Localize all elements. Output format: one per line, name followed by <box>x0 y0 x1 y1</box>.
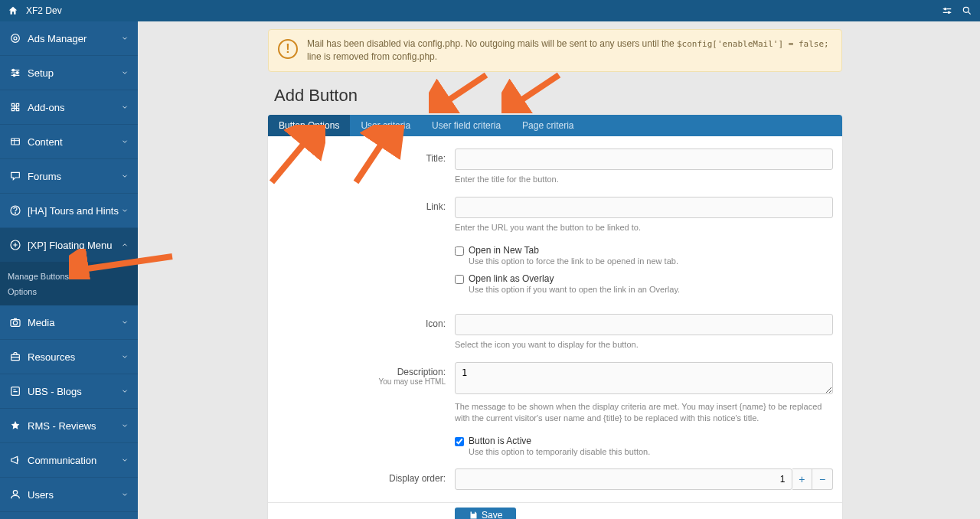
app-title: XF2 Dev <box>26 5 62 16</box>
help-icon <box>9 204 21 217</box>
sidebar-item-label: Content <box>28 136 121 148</box>
title-help: Enter the title for the button. <box>455 174 833 184</box>
sidebar-item-add-ons[interactable]: Add-ons <box>0 90 138 125</box>
tab-button-options[interactable]: Button Options <box>268 115 350 136</box>
chevron-down-icon <box>121 456 129 464</box>
title-input[interactable] <box>455 149 833 170</box>
save-icon <box>469 511 478 519</box>
open-new-tab-label: Open in New Tab <box>469 245 678 256</box>
megaphone-icon <box>9 454 21 466</box>
chevron-up-icon <box>121 241 129 249</box>
chevron-down-icon <box>121 103 129 111</box>
plus-icon <box>9 239 21 251</box>
chevron-down-icon <box>121 172 129 180</box>
svg-point-4 <box>14 37 17 40</box>
sidebar-item-content[interactable]: Content <box>0 125 138 159</box>
search-icon[interactable] <box>962 5 972 16</box>
chevron-down-icon <box>121 34 129 42</box>
link-input[interactable] <box>455 197 833 218</box>
tab-bar: Button OptionsUser criteriaUser field cr… <box>268 115 842 136</box>
chat-icon <box>9 170 21 182</box>
chevron-down-icon <box>121 387 129 395</box>
description-sub: You may use HTML <box>277 377 446 386</box>
icon-help: Select the icon you want to display for … <box>455 339 833 350</box>
increment-button[interactable]: + <box>792 468 813 490</box>
button-active-label: Button is Active <box>469 436 650 446</box>
admin-tools-icon[interactable] <box>942 5 952 16</box>
svg-point-16 <box>13 491 17 495</box>
icon-input[interactable] <box>455 314 833 335</box>
sidebar-item-label: Resources <box>28 351 121 363</box>
button-active-checkbox[interactable] <box>455 437 464 446</box>
decrement-button[interactable]: − <box>812 468 833 490</box>
tab-user-criteria[interactable]: User criteria <box>350 115 421 136</box>
svg-point-13 <box>13 321 17 325</box>
chevron-down-icon <box>121 207 129 214</box>
tab-user-field-criteria[interactable]: User field criteria <box>421 115 511 136</box>
sidebar-subitem-options[interactable]: Options <box>0 284 138 299</box>
save-label: Save <box>482 510 502 519</box>
svg-rect-15 <box>11 387 20 396</box>
tab-page-criteria[interactable]: Page criteria <box>511 115 584 136</box>
svg-rect-8 <box>11 139 20 145</box>
grid-icon <box>9 135 21 148</box>
save-button[interactable]: Save <box>455 508 516 519</box>
alert-code: $config['enableMail'] = false; <box>677 39 829 49</box>
target-icon <box>9 32 21 44</box>
chevron-down-icon <box>121 69 129 77</box>
title-label: Title: <box>277 149 455 184</box>
sidebar-item-setup[interactable]: Setup <box>0 56 138 90</box>
sidebar-item-label: Setup <box>28 67 121 79</box>
sidebar-item-forums[interactable]: Forums <box>0 159 138 194</box>
sidebar-item-users[interactable]: Users <box>0 478 138 512</box>
sidebar-item--ha-tours-and-hints[interactable]: [HA] Tours and Hints <box>0 194 138 228</box>
sidebar-item-label: Ads Manager <box>28 33 121 44</box>
sidebar-item-ads-manager[interactable]: Ads Manager <box>0 21 138 56</box>
chevron-down-icon <box>121 353 129 361</box>
svg-point-6 <box>16 72 18 74</box>
home-icon[interactable] <box>8 5 18 16</box>
sidebar-item-groups-permissions[interactable]: Groups & permissions <box>0 512 138 519</box>
open-new-tab-checkbox[interactable] <box>455 246 464 256</box>
sliders-icon <box>9 67 21 79</box>
sidebar-item-label: [HA] Tours and Hints <box>28 205 121 217</box>
chevron-down-icon <box>121 318 129 326</box>
user-icon <box>9 488 21 501</box>
description-input[interactable] <box>455 362 833 394</box>
svg-point-0 <box>944 8 947 10</box>
sidebar-item-rms-reviews[interactable]: RMS - Reviews <box>0 409 138 443</box>
camera-icon <box>9 316 21 328</box>
sidebar-item-label: Add-ons <box>28 102 121 113</box>
open-overlay-checkbox[interactable] <box>455 275 464 284</box>
sidebar-item-communication[interactable]: Communication <box>0 443 138 478</box>
open-overlay-help: Use this option if you want to open the … <box>469 285 680 294</box>
warning-icon: ! <box>278 39 298 59</box>
svg-point-3 <box>11 34 20 43</box>
sidebar-item-label: Media <box>28 317 121 328</box>
button-active-help: Use this option to temporarily disable t… <box>469 447 650 456</box>
blog-icon <box>9 385 21 397</box>
svg-point-7 <box>13 74 15 77</box>
chevron-down-icon <box>121 491 129 498</box>
form-panel: Button OptionsUser criteriaUser field cr… <box>268 115 842 519</box>
sidebar-item-label: Forums <box>28 171 121 182</box>
chevron-down-icon <box>121 138 129 145</box>
sidebar-item-label: UBS - Blogs <box>28 386 121 397</box>
sidebar-subitem-manage-buttons[interactable]: Manage Buttons <box>0 269 138 284</box>
sidebar-item-label: Users <box>28 489 121 501</box>
top-bar: XF2 Dev <box>0 0 980 21</box>
link-help: Enter the URL you want the button to be … <box>455 222 833 233</box>
star-icon <box>9 419 21 432</box>
sidebar-item--xp-floating-menu[interactable]: [XP] Floating Menu <box>0 228 138 263</box>
sidebar-item-media[interactable]: Media <box>0 305 138 340</box>
sidebar-item-ubs-blogs[interactable]: UBS - Blogs <box>0 374 138 409</box>
display-order-label: Display order: <box>277 468 455 490</box>
display-order-input[interactable] <box>455 468 792 490</box>
page-title: Add Button <box>274 86 842 106</box>
icon-label: Icon: <box>277 314 455 350</box>
main-content: ! Mail has been disabled via config.php.… <box>138 21 980 519</box>
sidebar-item-resources[interactable]: Resources <box>0 340 138 374</box>
chevron-down-icon <box>121 422 129 429</box>
svg-point-5 <box>12 69 15 71</box>
briefcase-icon <box>9 351 21 363</box>
